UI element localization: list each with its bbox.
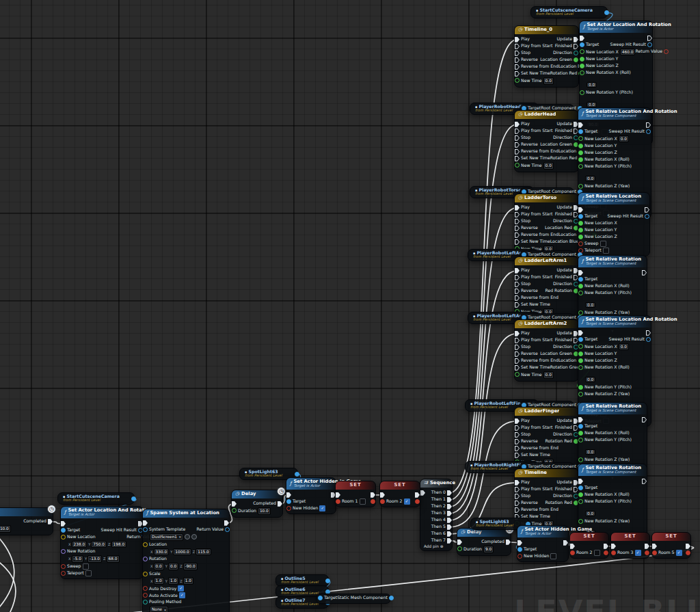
value-box[interactable]: 1.0 (154, 577, 164, 585)
checkbox[interactable] (550, 553, 556, 559)
new-location-z-pin[interactable] (580, 64, 584, 68)
node-timeline-ladderhead[interactable]: ◷LadderHeadPlayUpdatePlay from StartFini… (514, 110, 579, 172)
new-location-y-pin[interactable] (580, 57, 584, 62)
finished-pin[interactable] (574, 44, 578, 49)
new-location-y-pin[interactable] (578, 228, 583, 232)
sweep-hit-result-pin[interactable] (645, 214, 649, 219)
value-box[interactable]: 1.0 (183, 577, 193, 585)
exec-pin[interactable] (336, 492, 340, 498)
exec-pin[interactable] (578, 122, 583, 128)
then-4-pin[interactable] (447, 518, 452, 523)
play-pin[interactable] (515, 205, 520, 211)
new-rotation-z-yaw-pin[interactable] (578, 519, 583, 524)
actor-ref-output-pin[interactable] (325, 578, 330, 583)
value-box[interactable]: 0.0 (585, 176, 595, 181)
new-location-z-pin[interactable] (578, 235, 583, 239)
new-location-x-pin[interactable] (578, 221, 583, 226)
new-location-z-pin[interactable] (578, 150, 583, 155)
duration-pin[interactable] (457, 546, 462, 551)
checkbox[interactable] (83, 563, 89, 570)
sweep-pin[interactable] (578, 241, 583, 246)
exec-pin[interactable] (371, 499, 375, 504)
then-1-pin[interactable] (447, 497, 452, 503)
then-5-pin[interactable] (447, 524, 452, 530)
node-ref-startcutscenecamera-bottom[interactable]: ▪StartCutsceneCamerafrom Persistent Leve… (57, 492, 135, 505)
completed-pin[interactable] (278, 501, 282, 507)
new-location-x-pin[interactable] (578, 136, 583, 141)
value-box[interactable]: -13.0 (88, 555, 102, 563)
exec-pin[interactable] (686, 544, 690, 549)
play-from-start-pin[interactable] (515, 275, 520, 280)
stop-pin[interactable] (515, 494, 520, 499)
exec-pin[interactable] (517, 540, 522, 546)
node-sequence[interactable]: ⇉SequenceThen 0Then 1Then 2Then 3Then 4T… (420, 479, 453, 551)
node-delay-mid[interactable]: ◷DelayCompletedDuration10.0◷ (231, 490, 283, 518)
direction-pin[interactable] (574, 51, 578, 55)
value-box[interactable]: 238.0 (72, 541, 88, 548)
exec-pin[interactable] (457, 540, 462, 545)
checkbox[interactable]: ✓ (319, 505, 325, 511)
teleport-pin[interactable] (61, 571, 66, 576)
exec-pin[interactable] (415, 492, 420, 498)
value-box[interactable]: 750.0 (91, 541, 107, 548)
exec-pin[interactable] (286, 492, 291, 498)
value-box[interactable]: 115.0 (196, 548, 211, 556)
new-location-x-pin[interactable] (578, 344, 583, 349)
value-box[interactable]: 0.0 (585, 302, 595, 308)
reverse-pin[interactable] (515, 142, 520, 148)
node-set-actor-hidden-bottom[interactable]: ƒSet Actor Hidden in GameTarget is Actor… (517, 525, 569, 562)
target-pin[interactable] (517, 547, 522, 552)
target-pin[interactable] (318, 596, 323, 600)
exec-pin[interactable] (642, 479, 647, 484)
sweep-pin[interactable] (61, 564, 66, 569)
value-box[interactable]: 330.0 (154, 548, 170, 556)
new-location-y-pin[interactable] (578, 144, 583, 148)
checkbox[interactable] (600, 241, 606, 247)
exec-pin[interactable] (224, 520, 229, 526)
reverse-pin[interactable] (515, 57, 520, 63)
then-6-pin[interactable] (447, 531, 452, 537)
add-pin-button[interactable]: Add pin ⊕ (420, 544, 452, 548)
node-set-room2b[interactable]: SETRoom 2 (569, 532, 609, 559)
reverse-from-end-pin[interactable] (515, 507, 520, 513)
new-rotation-z-yaw-pin[interactable] (578, 457, 583, 462)
new-rotation-x-roll-pin[interactable] (578, 431, 583, 436)
new-rotation-pin[interactable] (61, 549, 66, 554)
return-value-pin[interactable] (664, 49, 669, 54)
scale-pin[interactable] (143, 572, 148, 576)
target-pin[interactable] (578, 337, 583, 342)
node-set-actor-location-rotation-bottom[interactable]: ƒSet Actor Location And RotationTarget i… (60, 506, 144, 579)
exec-pin[interactable] (645, 550, 649, 555)
stop-pin[interactable] (515, 432, 520, 438)
reverse-from-end-pin[interactable] (515, 358, 520, 364)
target-pin[interactable] (578, 485, 583, 490)
stop-pin[interactable] (515, 51, 520, 56)
duration-pin[interactable] (232, 508, 237, 513)
stop-pin[interactable] (515, 135, 520, 141)
reverse-from-end-pin[interactable] (515, 149, 520, 155)
exec-pin[interactable] (611, 544, 616, 549)
return-value-pin[interactable] (225, 527, 230, 532)
new-rotation-x-roll-pin[interactable] (580, 70, 584, 75)
value-box[interactable]: 0.0 (619, 135, 629, 143)
play-from-start-pin[interactable] (515, 338, 520, 343)
checkbox[interactable]: ✓ (676, 550, 682, 556)
sweep-hit-result-pin[interactable] (646, 129, 651, 134)
value-box[interactable]: 0.0 (543, 162, 554, 170)
reverse-pin[interactable] (515, 439, 520, 444)
room-5-pin[interactable] (652, 550, 657, 555)
value-box[interactable]: 0.0 (587, 102, 597, 107)
exec-pin[interactable] (645, 544, 649, 549)
exec-pin[interactable] (642, 270, 647, 276)
reverse-pin[interactable] (515, 501, 520, 506)
node-spawn-system-at-location[interactable]: ƒSpawn System at LocationSystem Template… (142, 509, 230, 612)
new-location-z-pin[interactable] (578, 358, 583, 363)
stop-pin[interactable] (515, 345, 520, 350)
target-pin[interactable] (578, 214, 583, 219)
new-rotation-x-roll-pin[interactable] (578, 492, 583, 497)
exec-pin[interactable] (420, 490, 425, 496)
reverse-from-end-pin[interactable] (515, 232, 520, 238)
exec-pin[interactable] (578, 270, 583, 276)
reverse-from-end-pin[interactable] (515, 295, 520, 301)
actor-ref-output-pin[interactable] (131, 496, 136, 501)
